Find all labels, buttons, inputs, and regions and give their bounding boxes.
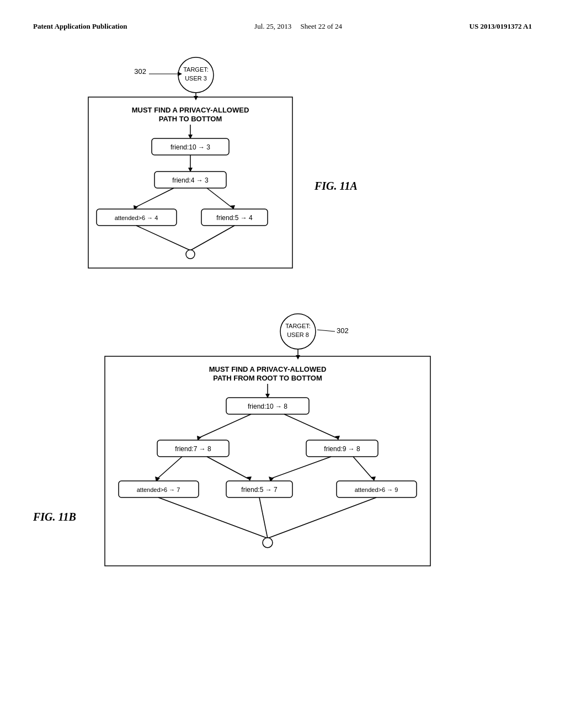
svg-text:302: 302	[337, 326, 349, 335]
svg-text:MUST FIND A PRIVACY-ALLOWED: MUST FIND A PRIVACY-ALLOWED	[209, 365, 327, 373]
svg-text:USER 8: USER 8	[287, 331, 309, 338]
header-date: Jul. 25, 2013	[254, 22, 291, 30]
svg-text:friend:5 → 7: friend:5 → 7	[241, 486, 278, 494]
svg-text:friend:9 → 8: friend:9 → 8	[324, 445, 360, 453]
fig11a-container: MUST FIND A PRIVACY-ALLOWED PATH TO BOTT…	[33, 47, 532, 279]
svg-text:PATH TO BOTTOM: PATH TO BOTTOM	[159, 115, 222, 123]
svg-point-69	[263, 538, 273, 548]
header-sheet: Sheet 22 of 24	[301, 22, 342, 30]
svg-text:attended>6 → 7: attended>6 → 7	[137, 486, 180, 493]
svg-text:TARGET:: TARGET:	[285, 323, 311, 329]
svg-line-37	[317, 330, 335, 331]
svg-text:PATH FROM ROOT TO BOTTOM: PATH FROM ROOT TO BOTTOM	[213, 374, 322, 382]
svg-text:MUST FIND A PRIVACY-ALLOWED: MUST FIND A PRIVACY-ALLOWED	[132, 106, 249, 114]
svg-point-29	[186, 250, 195, 259]
page: Patent Application Publication Jul. 25, …	[0, 0, 565, 728]
fig11b-svg: MUST FIND A PRIVACY-ALLOWED PATH FROM RO…	[66, 301, 480, 588]
header-publication: Patent Application Publication	[33, 22, 127, 31]
fig11b-label: FIG. 11B	[33, 511, 76, 523]
svg-text:TARGET:: TARGET:	[183, 66, 209, 73]
header-patent-number: US 2013/0191372 A1	[470, 22, 532, 31]
svg-text:attended>6 → 9: attended>6 → 9	[355, 486, 398, 493]
svg-text:friend:5 → 4: friend:5 → 4	[216, 214, 253, 222]
page-header: Patent Application Publication Jul. 25, …	[33, 22, 532, 31]
header-date-sheet: Jul. 25, 2013 Sheet 22 of 24	[254, 22, 342, 31]
svg-text:302: 302	[134, 67, 146, 76]
svg-text:attended>6 → 4: attended>6 → 4	[115, 215, 158, 221]
svg-text:friend:10 → 3: friend:10 → 3	[170, 143, 210, 151]
svg-text:friend:10 → 8: friend:10 → 8	[248, 403, 287, 410]
svg-text:friend:4 → 3: friend:4 → 3	[172, 176, 209, 184]
fig11a-label: FIG. 11A	[315, 180, 358, 192]
svg-text:USER 3: USER 3	[185, 75, 207, 82]
fig11a-svg: MUST FIND A PRIVACY-ALLOWED PATH TO BOTT…	[33, 47, 419, 279]
fig11b-container: MUST FIND A PRIVACY-ALLOWED PATH FROM RO…	[33, 301, 532, 588]
svg-text:friend:7 → 8: friend:7 → 8	[175, 445, 211, 453]
